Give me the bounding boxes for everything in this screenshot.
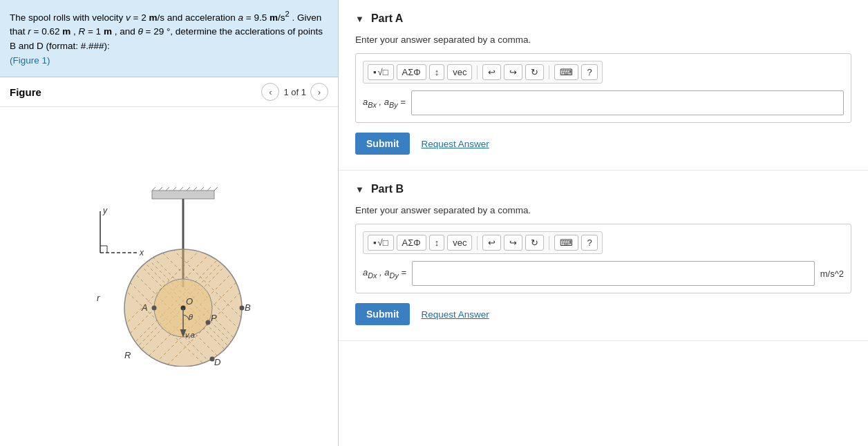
redo-icon-b: ↪ <box>509 237 517 248</box>
svg-rect-0 <box>152 191 214 199</box>
svg-line-8 <box>200 187 204 191</box>
spool-figure: O A P B D θ <box>62 187 276 367</box>
svg-text:A: A <box>141 302 148 313</box>
part-b-header: ▼ Part B <box>355 183 851 195</box>
svg-line-9 <box>207 187 211 191</box>
svg-text:x: x <box>139 248 144 258</box>
svg-line-7 <box>194 187 197 191</box>
symbol-icon-b: ΑΣΦ <box>402 237 421 248</box>
part-a-request-button[interactable]: Request Answer <box>421 139 489 149</box>
problem-statement: The spool rolls with velocity v = 2 m/s … <box>0 0 338 77</box>
keyboard-button-b[interactable]: ⌨ <box>554 235 578 251</box>
next-figure-button[interactable]: › <box>310 83 328 101</box>
part-b-submit-button[interactable]: Submit <box>355 303 410 325</box>
help-button-b[interactable]: ? <box>581 235 597 251</box>
part-a-title: Part A <box>371 12 404 25</box>
help-icon-b: ? <box>587 237 592 248</box>
undo-icon-a: ↩ <box>488 67 496 77</box>
keyboard-icon-b: ⌨ <box>560 237 573 248</box>
help-icon-a: ? <box>587 67 592 77</box>
matrix-icon-a: ▪ <box>373 67 377 77</box>
figure-canvas: O A P B D θ <box>0 107 338 446</box>
part-a-eq-label: aBx , aBy = <box>363 97 406 109</box>
help-button-a[interactable]: ? <box>581 64 597 80</box>
figure-header: Figure ‹ 1 of 1 › <box>0 77 338 107</box>
figure-area: Figure ‹ 1 of 1 › <box>0 77 338 446</box>
part-b-section: ▼ Part B Enter your answer separated by … <box>339 171 868 341</box>
redo-button-a[interactable]: ↪ <box>504 64 522 80</box>
matrix-button-b[interactable]: ▪ √□ <box>368 235 394 251</box>
redo-icon-a: ↪ <box>509 67 517 77</box>
undo-icon-b: ↩ <box>488 237 496 248</box>
refresh-button-b[interactable]: ↻ <box>525 235 544 251</box>
vec-label-b: vec <box>453 237 466 248</box>
part-b-eq-label: aDx , aDy = <box>363 267 406 280</box>
figure-title: Figure <box>10 86 256 98</box>
symbol-button-b[interactable]: ΑΣΦ <box>397 235 426 251</box>
vec-label-a: vec <box>453 67 466 77</box>
undo-button-b[interactable]: ↩ <box>482 235 501 251</box>
part-a-submit-button[interactable]: Submit <box>355 133 410 155</box>
part-a-collapse-icon[interactable]: ▼ <box>355 14 364 24</box>
part-b-answer-box: ▪ √□ ΑΣΦ ↕ vec ↩ ↪ <box>355 224 851 293</box>
svg-line-1 <box>152 187 155 191</box>
part-b-title: Part B <box>371 183 404 195</box>
svg-point-36 <box>205 320 210 324</box>
refresh-icon-a: ↻ <box>531 67 538 77</box>
arrow-button-b[interactable]: ↕ <box>429 235 445 251</box>
sqrt-icon-a: √□ <box>378 67 388 77</box>
figure-link[interactable]: (Figure 1) <box>10 55 50 66</box>
updown-icon-a: ↕ <box>435 67 440 77</box>
arrow-button-a[interactable]: ↕ <box>429 64 445 80</box>
updown-icon-b: ↕ <box>435 237 440 248</box>
vec-button-b[interactable]: vec <box>447 235 472 251</box>
svg-text:B: B <box>245 302 251 313</box>
part-a-input[interactable] <box>411 90 844 115</box>
svg-line-10 <box>214 187 218 191</box>
part-b-input[interactable] <box>412 261 815 286</box>
svg-text:θ: θ <box>189 313 193 321</box>
part-a-answer-box: ▪ √□ ΑΣΦ ↕ vec ↩ ↪ <box>355 53 851 123</box>
refresh-button-a[interactable]: ↻ <box>525 64 544 80</box>
page-indicator: 1 of 1 <box>283 87 306 97</box>
undo-button-a[interactable]: ↩ <box>482 64 501 80</box>
matrix-icon-b: ▪ <box>373 237 377 248</box>
toolbar-sep-b1 <box>477 236 478 250</box>
toolbar-sep-b2 <box>549 236 549 250</box>
part-b-unit: m/s^2 <box>820 269 844 279</box>
svg-point-38 <box>239 305 244 310</box>
part-b-toolbar: ▪ √□ ΑΣΦ ↕ vec ↩ ↪ <box>363 231 603 254</box>
left-panel: The spool rolls with velocity v = 2 m/s … <box>0 0 339 446</box>
toolbar-sep-a2 <box>549 66 549 79</box>
part-a-instruction: Enter your answer separated by a comma. <box>355 35 851 45</box>
svg-line-6 <box>187 187 190 191</box>
sqrt-icon-b: √□ <box>378 237 388 248</box>
prev-figure-button[interactable]: ‹ <box>261 83 279 101</box>
part-b-instruction: Enter your answer separated by a comma. <box>355 205 851 215</box>
svg-text:R: R <box>124 350 131 360</box>
symbol-button-a[interactable]: ΑΣΦ <box>397 64 426 80</box>
svg-text:O: O <box>186 296 193 307</box>
svg-line-5 <box>180 187 183 191</box>
svg-line-2 <box>159 187 162 191</box>
svg-point-34 <box>151 305 156 310</box>
part-b-actions: Submit Request Answer <box>355 303 851 325</box>
part-a-section: ▼ Part A Enter your answer separated by … <box>339 0 868 171</box>
keyboard-icon-a: ⌨ <box>560 67 573 77</box>
part-a-header: ▼ Part A <box>355 12 851 25</box>
part-a-toolbar: ▪ √□ ΑΣΦ ↕ vec ↩ ↪ <box>363 61 603 84</box>
part-b-request-button[interactable]: Request Answer <box>421 309 489 320</box>
part-b-input-row: aDx , aDy = m/s^2 <box>363 261 844 286</box>
part-b-collapse-icon[interactable]: ▼ <box>355 184 364 195</box>
right-panel: ▼ Part A Enter your answer separated by … <box>339 0 868 446</box>
toolbar-sep-a1 <box>477 66 478 79</box>
part-a-input-row: aBx , aBy = <box>363 90 844 115</box>
redo-button-b[interactable]: ↪ <box>504 235 522 251</box>
part-a-actions: Submit Request Answer <box>355 133 851 155</box>
keyboard-button-a[interactable]: ⌨ <box>554 64 578 80</box>
vec-button-a[interactable]: vec <box>447 64 472 80</box>
matrix-button-a[interactable]: ▪ √□ <box>368 64 394 80</box>
svg-line-4 <box>173 187 176 191</box>
svg-text:D: D <box>214 357 220 367</box>
svg-text:P: P <box>211 313 217 323</box>
